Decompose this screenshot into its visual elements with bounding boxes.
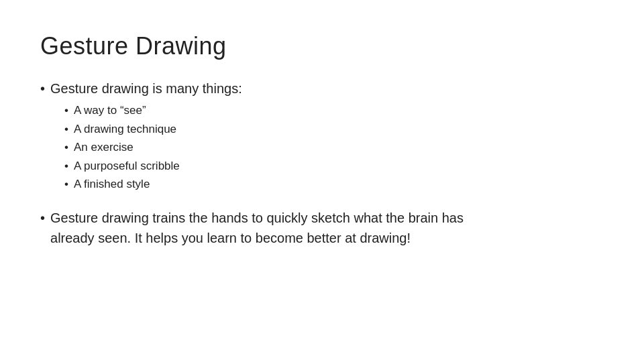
paragraph-text: Gesture drawing trains the hands to quic… (50, 208, 464, 248)
main-bullet-2: • Gesture drawing trains the hands to qu… (40, 208, 604, 248)
content-area: • Gesture drawing is many things: • A wa… (40, 79, 604, 248)
sub-dot-1: • (64, 102, 68, 119)
sub-bullet-1: • A way to “see” (64, 102, 604, 119)
sub-bullet-3: • An exercise (64, 139, 604, 156)
para-line-1: Gesture drawing trains the hands to quic… (50, 210, 464, 225)
sub-bullet-4: • A purposeful scribble (64, 158, 604, 175)
sub-dot-3: • (64, 139, 68, 156)
sub-bullet-2: • A drawing technique (64, 121, 604, 138)
main-bullet-block-1: • Gesture drawing is many things: • A wa… (40, 79, 604, 193)
para-line-2: already seen. It helps you learn to beco… (50, 231, 411, 245)
slide: Gesture Drawing • Gesture drawing is man… (0, 0, 644, 362)
slide-title: Gesture Drawing (40, 32, 604, 60)
main-bullet-dot-1: • (40, 79, 45, 98)
sub-dot-4: • (64, 158, 68, 175)
sub-bullet-text-3: An exercise (74, 139, 133, 156)
sub-bullet-text-2: A drawing technique (74, 121, 176, 138)
sub-bullet-5: • A finished style (64, 176, 604, 193)
sub-dot-5: • (64, 176, 68, 193)
sub-bullets-list: • A way to “see” • A drawing technique •… (64, 102, 604, 193)
sub-bullet-text-4: A purposeful scribble (74, 158, 180, 175)
sub-bullet-text-1: A way to “see” (74, 102, 146, 119)
sub-dot-2: • (64, 121, 68, 138)
main-bullet-text-1: Gesture drawing is many things: (50, 79, 242, 98)
main-bullet-1: • Gesture drawing is many things: (40, 79, 604, 98)
sub-bullet-text-5: A finished style (74, 176, 150, 193)
main-bullet-dot-2: • (40, 208, 45, 228)
